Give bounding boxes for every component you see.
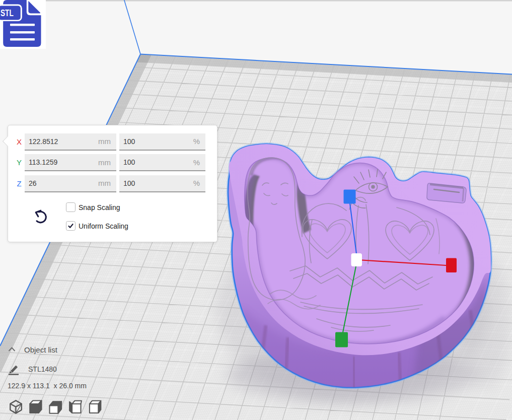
svg-text:STL: STL bbox=[1, 8, 14, 18]
